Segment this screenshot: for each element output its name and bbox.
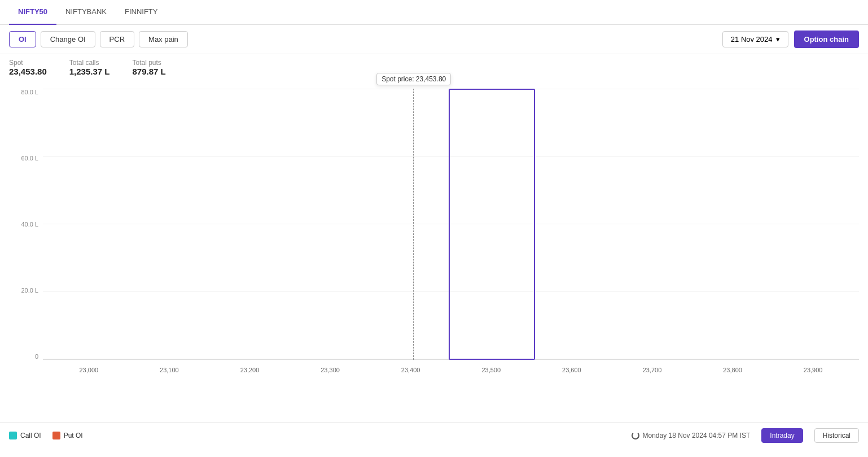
chart-area: 80.0 L 60.0 L 40.0 L 20.0 L 0 — [9, 89, 859, 377]
tab-niftybank[interactable]: NIFTYBANK — [56, 0, 116, 25]
max-pain-button[interactable]: Max pain — [139, 31, 188, 47]
x-label: 23,900 — [773, 367, 853, 373]
historical-button[interactable]: Historical — [814, 428, 859, 443]
chart-container: 80.0 L 60.0 L 40.0 L 20.0 L 0 — [0, 83, 868, 422]
total-calls-label: Total calls — [69, 59, 110, 67]
spot-value: 23,453.80 — [9, 67, 47, 76]
total-calls-value: 1,235.37 L — [69, 67, 110, 76]
put-oi-legend: Put OI — [52, 432, 83, 439]
change-oi-button[interactable]: Change OI — [41, 31, 95, 47]
refresh-icon — [632, 432, 639, 439]
total-puts-stat: Total puts 879.87 L — [132, 59, 165, 76]
stats-row: Spot 23,453.80 Total calls 1,235.37 L To… — [0, 54, 868, 83]
spot-stat: Spot 23,453.80 — [9, 59, 47, 76]
y-label-80: 80.0 L — [21, 89, 38, 95]
x-label: 23,300 — [290, 367, 371, 373]
y-label-0: 0 — [35, 353, 38, 360]
y-label-20: 20.0 L — [21, 287, 38, 294]
timestamp-value: Monday 18 Nov 2024 04:57 PM IST — [643, 432, 751, 439]
x-label: 23,600 — [532, 367, 612, 373]
x-label: 23,200 — [209, 367, 290, 373]
option-chain-button[interactable]: Option chain — [794, 31, 859, 48]
app-container: NIFTY50 NIFTYBANK FINNIFTY OI Change OI … — [0, 0, 868, 449]
x-label: 23,800 — [692, 367, 773, 373]
y-label-40: 40.0 L — [21, 221, 38, 228]
x-axis: 23,00023,10023,20023,30023,40023,50023,6… — [43, 360, 859, 377]
intraday-button[interactable]: Intraday — [761, 428, 803, 443]
x-label: 23,700 — [612, 367, 692, 373]
x-label: 23,000 — [49, 367, 129, 373]
call-oi-label: Call OI — [20, 432, 41, 439]
oi-button[interactable]: OI — [9, 31, 36, 47]
total-puts-value: 879.87 L — [132, 67, 165, 76]
tab-nifty50[interactable]: NIFTY50 — [9, 0, 56, 25]
legend: Call OI Put OI — [9, 432, 83, 439]
footer-right: Monday 18 Nov 2024 04:57 PM IST Intraday… — [632, 428, 859, 443]
top-nav: NIFTY50 NIFTYBANK FINNIFTY — [0, 0, 868, 25]
x-label: 23,400 — [370, 367, 451, 373]
date-selector[interactable]: 21 Nov 2024 ▾ — [722, 31, 788, 47]
total-calls-stat: Total calls 1,235.37 L — [69, 59, 110, 76]
call-oi-legend: Call OI — [9, 432, 41, 439]
total-puts-label: Total puts — [132, 59, 165, 67]
spot-label: Spot — [9, 59, 47, 67]
y-axis: 80.0 L 60.0 L 40.0 L 20.0 L 0 — [9, 89, 43, 360]
bars-area: Spot price: 23,453.80 — [43, 89, 859, 360]
y-label-60: 60.0 L — [21, 155, 38, 162]
timestamp: Monday 18 Nov 2024 04:57 PM IST — [632, 432, 751, 439]
footer: Call OI Put OI Monday 18 Nov 2024 04:57 … — [0, 422, 868, 449]
pcr-button[interactable]: PCR — [100, 31, 134, 47]
tab-finnifty[interactable]: FINNIFTY — [116, 0, 167, 25]
put-oi-label: Put OI — [64, 432, 83, 439]
chevron-down-icon: ▾ — [776, 35, 780, 43]
put-oi-color — [52, 432, 60, 439]
btn-group: OI Change OI PCR Max pain — [9, 31, 188, 47]
x-label: 23,100 — [129, 367, 210, 373]
date-value: 21 Nov 2024 — [731, 35, 773, 43]
toolbar: OI Change OI PCR Max pain 21 Nov 2024 ▾ … — [0, 25, 868, 54]
call-oi-color — [9, 432, 17, 439]
x-label: 23,500 — [451, 367, 532, 373]
bars-wrapper — [43, 89, 859, 359]
